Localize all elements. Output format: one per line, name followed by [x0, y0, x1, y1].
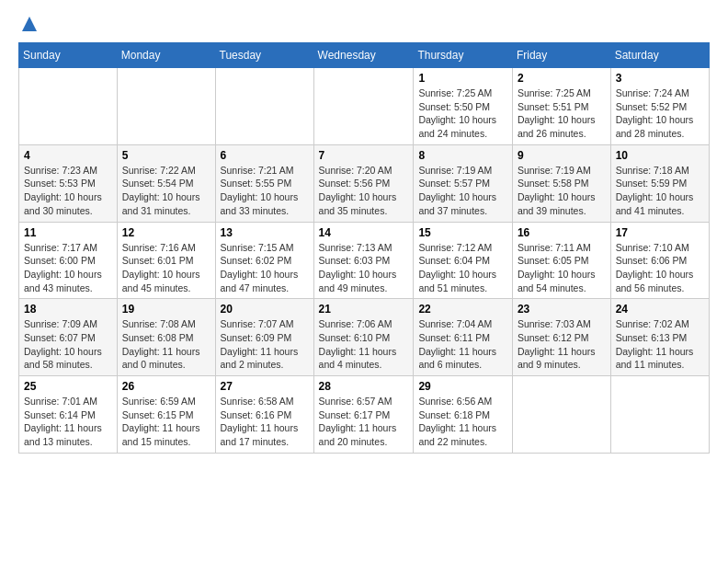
calendar-cell [19, 68, 118, 145]
day-info: Sunrise: 6:57 AM Sunset: 6:17 PM Dayligh… [319, 395, 409, 449]
calendar-cell: 1Sunrise: 7:25 AM Sunset: 5:50 PM Daylig… [414, 68, 513, 145]
day-info: Sunrise: 7:21 AM Sunset: 5:55 PM Dayligh… [221, 164, 309, 218]
calendar-cell [215, 68, 313, 145]
day-number: 24 [616, 303, 704, 316]
day-number: 3 [616, 72, 704, 85]
day-number: 7 [319, 149, 409, 162]
day-number: 10 [616, 149, 704, 162]
calendar-cell: 27Sunrise: 6:58 AM Sunset: 6:16 PM Dayli… [215, 376, 313, 454]
day-number: 13 [221, 226, 309, 239]
calendar-cell: 21Sunrise: 7:06 AM Sunset: 6:10 PM Dayli… [313, 299, 414, 376]
calendar-cell: 13Sunrise: 7:15 AM Sunset: 6:02 PM Dayli… [215, 222, 313, 299]
day-info: Sunrise: 7:02 AM Sunset: 6:13 PM Dayligh… [616, 317, 704, 372]
calendar-cell: 9Sunrise: 7:19 AM Sunset: 5:58 PM Daylig… [512, 144, 610, 222]
day-info: Sunrise: 7:16 AM Sunset: 6:01 PM Dayligh… [122, 241, 210, 295]
day-info: Sunrise: 6:59 AM Sunset: 6:15 PM Dayligh… [122, 395, 210, 449]
day-info: Sunrise: 7:18 AM Sunset: 5:59 PM Dayligh… [616, 164, 704, 218]
day-number: 20 [221, 303, 309, 316]
calendar-cell: 19Sunrise: 7:08 AM Sunset: 6:08 PM Dayli… [117, 299, 215, 376]
day-info: Sunrise: 7:11 AM Sunset: 6:05 PM Dayligh… [518, 241, 606, 295]
day-number: 14 [319, 226, 409, 239]
calendar-cell: 2Sunrise: 7:25 AM Sunset: 5:51 PM Daylig… [512, 68, 610, 145]
calendar-cell: 23Sunrise: 7:03 AM Sunset: 6:12 PM Dayli… [512, 299, 610, 376]
calendar-cell: 15Sunrise: 7:12 AM Sunset: 6:04 PM Dayli… [414, 222, 513, 299]
calendar-cell [117, 68, 215, 145]
calendar-cell: 18Sunrise: 7:09 AM Sunset: 6:07 PM Dayli… [19, 299, 118, 376]
day-info: Sunrise: 7:19 AM Sunset: 5:58 PM Dayligh… [518, 164, 606, 218]
calendar-week-row: 18Sunrise: 7:09 AM Sunset: 6:07 PM Dayli… [19, 299, 710, 376]
day-info: Sunrise: 7:23 AM Sunset: 5:53 PM Dayligh… [24, 164, 112, 218]
day-number: 15 [418, 226, 507, 239]
day-info: Sunrise: 7:25 AM Sunset: 5:51 PM Dayligh… [518, 86, 606, 141]
weekday-header-monday: Monday [117, 43, 215, 68]
day-info: Sunrise: 7:24 AM Sunset: 5:52 PM Dayligh… [616, 86, 704, 141]
day-info: Sunrise: 6:56 AM Sunset: 6:18 PM Dayligh… [418, 395, 507, 449]
calendar-cell: 4Sunrise: 7:23 AM Sunset: 5:53 PM Daylig… [19, 144, 118, 222]
calendar-cell [512, 376, 610, 454]
calendar-cell: 10Sunrise: 7:18 AM Sunset: 5:59 PM Dayli… [610, 144, 709, 222]
calendar-week-row: 1Sunrise: 7:25 AM Sunset: 5:50 PM Daylig… [19, 68, 710, 145]
day-number: 25 [24, 380, 112, 393]
day-info: Sunrise: 7:25 AM Sunset: 5:50 PM Dayligh… [418, 86, 507, 141]
day-info: Sunrise: 7:07 AM Sunset: 6:09 PM Dayligh… [221, 317, 309, 372]
day-number: 9 [518, 149, 606, 162]
calendar-cell: 28Sunrise: 6:57 AM Sunset: 6:17 PM Dayli… [313, 376, 414, 454]
day-number: 11 [24, 226, 112, 239]
calendar-cell: 22Sunrise: 7:04 AM Sunset: 6:11 PM Dayli… [414, 299, 513, 376]
calendar-cell: 14Sunrise: 7:13 AM Sunset: 6:03 PM Dayli… [313, 222, 414, 299]
day-info: Sunrise: 7:04 AM Sunset: 6:11 PM Dayligh… [418, 317, 507, 372]
calendar-table: SundayMondayTuesdayWednesdayThursdayFrid… [18, 42, 710, 454]
day-info: Sunrise: 7:13 AM Sunset: 6:03 PM Dayligh… [319, 241, 409, 295]
day-number: 21 [319, 303, 409, 316]
calendar-cell: 17Sunrise: 7:10 AM Sunset: 6:06 PM Dayli… [610, 222, 709, 299]
day-number: 23 [518, 303, 606, 316]
page-header [18, 15, 710, 33]
day-info: Sunrise: 7:22 AM Sunset: 5:54 PM Dayligh… [122, 164, 210, 218]
day-number: 27 [221, 380, 309, 393]
weekday-header-thursday: Thursday [414, 43, 513, 68]
calendar-cell: 25Sunrise: 7:01 AM Sunset: 6:14 PM Dayli… [19, 376, 118, 454]
calendar-cell: 5Sunrise: 7:22 AM Sunset: 5:54 PM Daylig… [117, 144, 215, 222]
day-number: 28 [319, 380, 409, 393]
day-info: Sunrise: 7:15 AM Sunset: 6:02 PM Dayligh… [221, 241, 309, 295]
day-number: 1 [418, 72, 507, 85]
calendar-week-row: 25Sunrise: 7:01 AM Sunset: 6:14 PM Dayli… [19, 376, 710, 454]
day-number: 2 [518, 72, 606, 85]
weekday-header-wednesday: Wednesday [313, 43, 414, 68]
calendar-cell: 7Sunrise: 7:20 AM Sunset: 5:56 PM Daylig… [313, 144, 414, 222]
day-info: Sunrise: 7:09 AM Sunset: 6:07 PM Dayligh… [24, 317, 112, 372]
day-info: Sunrise: 7:08 AM Sunset: 6:08 PM Dayligh… [122, 317, 210, 372]
calendar-cell: 20Sunrise: 7:07 AM Sunset: 6:09 PM Dayli… [215, 299, 313, 376]
day-number: 5 [122, 149, 210, 162]
svg-marker-0 [22, 17, 37, 31]
day-number: 8 [418, 149, 507, 162]
logo [18, 15, 39, 33]
day-info: Sunrise: 7:03 AM Sunset: 6:12 PM Dayligh… [518, 317, 606, 372]
day-info: Sunrise: 7:06 AM Sunset: 6:10 PM Dayligh… [319, 317, 409, 372]
calendar-cell: 29Sunrise: 6:56 AM Sunset: 6:18 PM Dayli… [414, 376, 513, 454]
day-info: Sunrise: 7:20 AM Sunset: 5:56 PM Dayligh… [319, 164, 409, 218]
calendar-cell: 16Sunrise: 7:11 AM Sunset: 6:05 PM Dayli… [512, 222, 610, 299]
calendar-week-row: 4Sunrise: 7:23 AM Sunset: 5:53 PM Daylig… [19, 144, 710, 222]
weekday-header-tuesday: Tuesday [215, 43, 313, 68]
day-number: 18 [24, 303, 112, 316]
calendar-week-row: 11Sunrise: 7:17 AM Sunset: 6:00 PM Dayli… [19, 222, 710, 299]
day-number: 22 [418, 303, 507, 316]
day-number: 4 [24, 149, 112, 162]
day-info: Sunrise: 7:01 AM Sunset: 6:14 PM Dayligh… [24, 395, 112, 449]
day-info: Sunrise: 7:17 AM Sunset: 6:00 PM Dayligh… [24, 241, 112, 295]
calendar-cell: 6Sunrise: 7:21 AM Sunset: 5:55 PM Daylig… [215, 144, 313, 222]
calendar-cell: 3Sunrise: 7:24 AM Sunset: 5:52 PM Daylig… [610, 68, 709, 145]
day-number: 16 [518, 226, 606, 239]
day-info: Sunrise: 7:10 AM Sunset: 6:06 PM Dayligh… [616, 241, 704, 295]
weekday-header-saturday: Saturday [610, 43, 709, 68]
day-info: Sunrise: 7:12 AM Sunset: 6:04 PM Dayligh… [418, 241, 507, 295]
weekday-header-friday: Friday [512, 43, 610, 68]
day-number: 17 [616, 226, 704, 239]
calendar-cell: 24Sunrise: 7:02 AM Sunset: 6:13 PM Dayli… [610, 299, 709, 376]
day-number: 26 [122, 380, 210, 393]
calendar-cell: 12Sunrise: 7:16 AM Sunset: 6:01 PM Dayli… [117, 222, 215, 299]
day-number: 12 [122, 226, 210, 239]
day-number: 6 [221, 149, 309, 162]
calendar-cell: 26Sunrise: 6:59 AM Sunset: 6:15 PM Dayli… [117, 376, 215, 454]
